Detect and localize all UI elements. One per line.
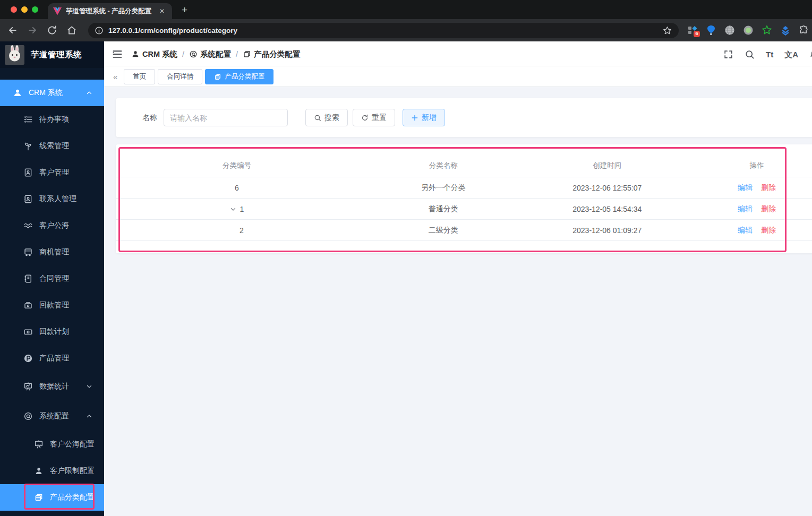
screenshot-root: 芋道管理系统 - 产品分类配置 ✕ + 127.0.0.1/crm/config… — [0, 0, 812, 516]
name-field-label: 名称 — [142, 113, 157, 123]
sidebar-item-receivables[interactable]: 回款管理 — [0, 292, 104, 319]
tag-contract-detail[interactable]: 合同详情 — [158, 69, 202, 84]
name-input[interactable] — [164, 109, 288, 126]
chevron-up-icon — [86, 413, 92, 419]
tag-product-category-config[interactable]: 产品分类配置 — [205, 69, 273, 84]
breadcrumb-item-crm[interactable]: CRM 系统 — [131, 49, 177, 59]
menu-fold-icon[interactable] — [112, 49, 123, 59]
edit-link[interactable]: 编辑 — [738, 183, 753, 193]
url-text[interactable]: 127.0.0.1/crm/config/product/category — [108, 27, 662, 35]
sidebar-item-contracts[interactable]: 合同管理 — [0, 265, 104, 292]
reload-icon[interactable] — [47, 25, 57, 36]
app-logo[interactable]: 芋道管理系统 — [0, 41, 104, 68]
person-icon — [34, 466, 44, 476]
edit-link[interactable]: 编辑 — [738, 204, 753, 214]
todo-list-icon — [23, 115, 33, 124]
clue-sprout-icon — [23, 141, 33, 151]
sidebar-item-products[interactable]: 产品管理 — [0, 345, 104, 372]
close-window-button[interactable] — [11, 6, 17, 13]
browser-tab[interactable]: 芋道管理系统 - 产品分类配置 ✕ — [48, 3, 172, 19]
extension-icons: 6 — [687, 25, 809, 36]
font-size-icon[interactable]: Tt — [766, 50, 773, 58]
tags-collapse-icon[interactable]: « — [113, 72, 117, 81]
extensions-puzzle-icon[interactable] — [799, 25, 809, 36]
add-button[interactable]: 新增 — [403, 109, 445, 126]
statistics-board-icon — [23, 382, 33, 391]
cell-created-time: 2023-12-05 14:54:34 — [529, 205, 686, 213]
expand-caret-down-icon[interactable] — [230, 206, 236, 212]
search-button[interactable]: 搜索 — [305, 109, 348, 126]
category-docs-icon — [214, 73, 221, 81]
delete-link[interactable]: 删除 — [761, 226, 776, 235]
sidebar-item-payment-plan[interactable]: 回款计划 — [0, 319, 104, 345]
browser-toolbar: 127.0.0.1/crm/config/product/category 6 — [0, 19, 812, 41]
back-icon[interactable] — [7, 25, 18, 36]
sidebar-menu: CRM 系统 待办事项 线索管理 客户管理 联系人管理 — [0, 80, 104, 511]
search-form-card: 名称 搜索 重置 新增 — [116, 98, 812, 137]
site-info-icon[interactable] — [95, 26, 104, 35]
minimize-window-button[interactable] — [21, 6, 28, 13]
fullscreen-icon[interactable] — [723, 49, 733, 59]
green-star-extension-icon[interactable] — [762, 25, 772, 36]
tab-close-icon[interactable]: ✕ — [157, 7, 167, 15]
sidebar-item-pool-config[interactable]: 客户公海配置 — [0, 431, 104, 458]
sidebar-item-crm-system[interactable]: CRM 系统 — [0, 80, 104, 106]
sidebar-item-statistics[interactable]: 数据统计 — [0, 372, 104, 401]
zoom-window-button[interactable] — [32, 6, 38, 13]
address-bar[interactable]: 127.0.0.1/crm/config/product/category — [88, 23, 679, 38]
banknote-icon — [23, 327, 33, 337]
sidebar-item-contacts[interactable]: 联系人管理 — [0, 186, 104, 212]
macos-window-controls[interactable] — [0, 6, 38, 13]
search-icon — [314, 114, 321, 122]
bell-icon[interactable] — [809, 49, 812, 59]
customer-book-icon — [23, 168, 33, 177]
new-tab-button[interactable]: + — [182, 5, 187, 15]
chevron-up-icon — [86, 90, 92, 96]
delete-link[interactable]: 删除 — [761, 204, 776, 214]
sidebar-item-limit-config[interactable]: 客户限制配置 — [0, 458, 104, 484]
delete-link[interactable]: 删除 — [761, 183, 776, 193]
sidebar-item-product-category-config[interactable]: 产品分类配置 — [0, 484, 104, 511]
user-icon — [131, 50, 140, 58]
browser-tabstrip: 芋道管理系统 - 产品分类配置 ✕ + — [0, 0, 812, 19]
balloon-extension-icon[interactable] — [706, 25, 716, 36]
table-row: 1 普通分类 2023-12-05 14:54:34 编辑 删除 — [116, 199, 812, 220]
sidebar-item-opportunities[interactable]: 商机管理 — [0, 239, 104, 265]
breadcrumb-item-config[interactable]: 系统配置 — [189, 49, 231, 59]
browser-tab-title: 芋道管理系统 - 产品分类配置 — [66, 7, 157, 16]
chevron-down-icon — [86, 383, 92, 390]
app-window: 芋道管理系统 CRM 系统 待办事项 线索管理 客户 — [0, 41, 812, 516]
cell-created-time: 2023-12-06 01:09:27 — [529, 226, 686, 235]
forward-icon[interactable] — [27, 25, 38, 36]
edit-link[interactable]: 编辑 — [738, 226, 753, 235]
sidebar-item-customers[interactable]: 客户管理 — [0, 159, 104, 186]
extension-badge: 6 — [694, 31, 700, 37]
bookmark-star-icon[interactable] — [662, 25, 672, 36]
main-area: CRM 系统 / 系统配置 / 产品分类配置 Tt — [104, 41, 812, 516]
tag-home[interactable]: 首页 — [124, 69, 155, 84]
grid-extension-icon[interactable]: 6 — [687, 25, 698, 36]
table-row: 6 另外一个分类 2023-12-06 12:55:07 编辑 删除 — [116, 177, 812, 199]
cell-category-id: 6 — [116, 184, 358, 192]
home-icon[interactable] — [66, 25, 77, 36]
globe-extension-icon[interactable] — [724, 25, 735, 36]
cell-category-name: 普通分类 — [358, 204, 529, 214]
sidebar-item-leads[interactable]: 线索管理 — [0, 133, 104, 159]
sea-waves-icon — [23, 221, 33, 230]
refresh-icon — [361, 114, 369, 122]
cell-actions: 编辑 删除 — [686, 226, 812, 235]
tags-view-bar: « 首页 合同详情 产品分类配置 — [104, 67, 812, 87]
sidebar-item-customer-pool[interactable]: 客户公海 — [0, 212, 104, 239]
breadcrumb-separator: / — [236, 50, 238, 58]
sidebar-item-todo[interactable]: 待办事项 — [0, 106, 104, 133]
layers-extension-icon[interactable] — [780, 25, 791, 36]
breadcrumb-separator: / — [182, 50, 184, 58]
column-header-name: 分类名称 — [358, 161, 529, 170]
locale-icon[interactable]: 文A — [784, 50, 798, 58]
reset-button[interactable]: 重置 — [353, 109, 395, 126]
breadcrumb-item-product-category: 产品分类配置 — [243, 49, 300, 59]
search-icon[interactable] — [745, 49, 755, 59]
sidebar-item-system-config[interactable]: 系统配置 — [0, 401, 104, 431]
record-dot-extension-icon[interactable] — [743, 25, 754, 36]
contact-card-icon — [23, 194, 33, 204]
